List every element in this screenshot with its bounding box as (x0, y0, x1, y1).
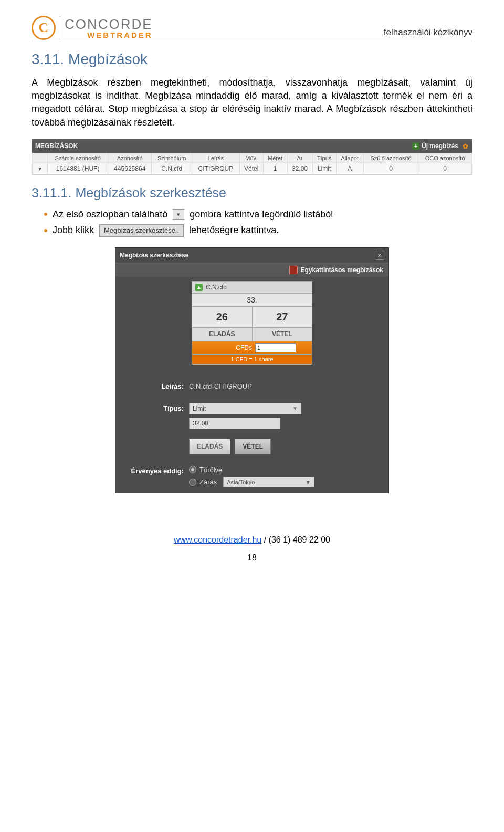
cell: 0 (418, 163, 472, 174)
section-heading: 3.11. Megbízások (32, 51, 472, 68)
bullet-text: gombra kattintva legördülő listából (190, 209, 333, 220)
cell: 1 (263, 163, 287, 174)
logo: C CONCORDE WEBTRADER (32, 16, 153, 40)
cell: 0 (363, 163, 418, 174)
orders-panel: MEGBÍZÁSOK + Új megbízás ✿ Számla azonos… (32, 139, 472, 175)
bullet-text: Az első oszlopban található (52, 209, 167, 220)
bullet-item: Jobb klikk Megbízás szerkesztése.. lehet… (32, 224, 472, 237)
gear-icon[interactable]: ✿ (461, 142, 469, 150)
timezone-value: Asia/Tokyo (227, 477, 255, 487)
table-row[interactable]: ▾ 1614881 (HUF) 445625864 C.N.cfd CITIGR… (33, 163, 472, 174)
cfds-input[interactable] (255, 343, 296, 352)
col-header[interactable]: Szülő azonosító (363, 153, 418, 163)
radio-label: Zárás (200, 478, 217, 486)
subsection-heading: 3.11.1. Megbízások szerkesztése (32, 185, 472, 201)
brand-sub: WEBTRADER (65, 31, 153, 39)
logo-divider (60, 16, 60, 40)
valid-option-close[interactable]: Zárás Asia/Tokyo ▼ (189, 477, 314, 487)
col-header[interactable]: Típus (312, 153, 336, 163)
description-value: C.N.cfd-CITIGROUP (189, 382, 388, 390)
chevron-down-icon: ▼ (292, 403, 298, 414)
price-input[interactable]: 32.00 (189, 418, 280, 429)
col-header[interactable]: Állapot (336, 153, 363, 163)
col-header[interactable]: Ár (287, 153, 312, 163)
type-select[interactable]: Limit ▼ (189, 403, 301, 414)
buy-side-label[interactable]: VÉTEL (252, 328, 313, 341)
col-header[interactable]: Műv. (239, 153, 263, 163)
page-number: 18 (32, 553, 472, 563)
type-value: Limit (193, 403, 206, 414)
bullet-icon (44, 229, 47, 232)
col-header[interactable]: Szimbólum (152, 153, 192, 163)
cell: 445625864 (108, 163, 152, 174)
logo-c-icon: C (32, 16, 56, 40)
valid-until-label: Érvényes eddig: (116, 466, 189, 475)
new-order-label: Új megbízás (422, 142, 458, 150)
big-figure: 33. (192, 294, 312, 307)
edit-order-menu-item[interactable]: Megbízás szerkesztése.. (99, 224, 184, 237)
col-header[interactable]: Számla azonosító (48, 153, 108, 163)
timezone-select[interactable]: Asia/Tokyo ▼ (223, 477, 314, 487)
dropdown-icon[interactable]: ▾ (173, 209, 184, 220)
chevron-down-icon: ▼ (305, 477, 311, 487)
cell: 1614881 (HUF) (48, 163, 108, 174)
page-header: C CONCORDE WEBTRADER felhasználói kézikö… (32, 16, 472, 41)
dialog-title: Megbízás szerkesztése (120, 252, 188, 259)
valid-option-deleted[interactable]: Törölve (189, 466, 314, 474)
orders-panel-header: MEGBÍZÁSOK + Új megbízás ✿ (32, 139, 472, 153)
bullet-item: Az első oszlopban található ▾ gombra kat… (32, 209, 472, 220)
ticket-symbol: C.N.cfd (206, 284, 227, 291)
cfds-label: CFDs (192, 344, 255, 351)
bullet-text: lehetőségre kattintva. (189, 225, 279, 236)
bid-price: 26 (192, 307, 252, 328)
oneclick-label[interactable]: Egykattintásos megbízások (301, 266, 383, 274)
radio-icon (189, 479, 196, 486)
orders-panel-title: MEGBÍZÁSOK (35, 142, 78, 150)
col-header[interactable]: Méret (263, 153, 287, 163)
cell: 32.00 (287, 163, 312, 174)
radio-icon (189, 466, 196, 473)
expand-row-icon[interactable]: ▾ (33, 163, 48, 174)
col-header[interactable]: Leírás (192, 153, 239, 163)
new-order-button[interactable]: + Új megbízás (412, 142, 458, 150)
cell: Vétel (239, 163, 263, 174)
description-label: Leírás: (116, 382, 189, 390)
header-subtitle: felhasználói kézikönyv (384, 27, 472, 40)
footer-phone: / (36 1) 489 22 00 (261, 535, 330, 544)
cell: A (336, 163, 363, 174)
edit-order-dialog: Megbízás szerkesztése × Egykattintásos m… (115, 247, 389, 493)
plus-icon: + (412, 142, 419, 150)
radio-label: Törölve (200, 466, 222, 474)
buy-button[interactable]: VÉTEL (235, 439, 271, 454)
cell: C.N.cfd (152, 163, 192, 174)
close-icon[interactable]: × (375, 251, 384, 260)
arrow-up-icon: ▲ (195, 284, 203, 291)
sell-button[interactable]: ELADÁS (189, 439, 230, 454)
col-header[interactable]: OCO azonosító (418, 153, 472, 163)
cell: Limit (312, 163, 336, 174)
brand-name: CONCORDE (65, 17, 153, 31)
col-header[interactable]: Azonosító (108, 153, 152, 163)
section-paragraph: A Megbízások részben megtekintheti, módo… (32, 76, 472, 129)
sell-side-label[interactable]: ELADÁS (192, 328, 252, 341)
cell: CITIGROUP (192, 163, 239, 174)
orders-table: Számla azonosító Azonosító Szimbólum Leí… (32, 153, 472, 174)
bullet-icon (44, 213, 47, 216)
oneclick-icon (289, 266, 298, 274)
price-value: 32.00 (193, 418, 208, 429)
price-ticket: ▲ C.N.cfd 33. 26 27 ELADÁS VÉTEL CFDs (192, 281, 312, 365)
cfd-ratio-note: 1 CFD = 1 share (192, 355, 312, 365)
bullet-text: Jobb klikk (52, 225, 94, 236)
type-label: Típus: (116, 404, 189, 412)
footer-link[interactable]: www.concordetrader.hu (174, 535, 261, 544)
footer: www.concordetrader.hu / (36 1) 489 22 00 (32, 535, 472, 545)
ask-price: 27 (252, 307, 313, 328)
